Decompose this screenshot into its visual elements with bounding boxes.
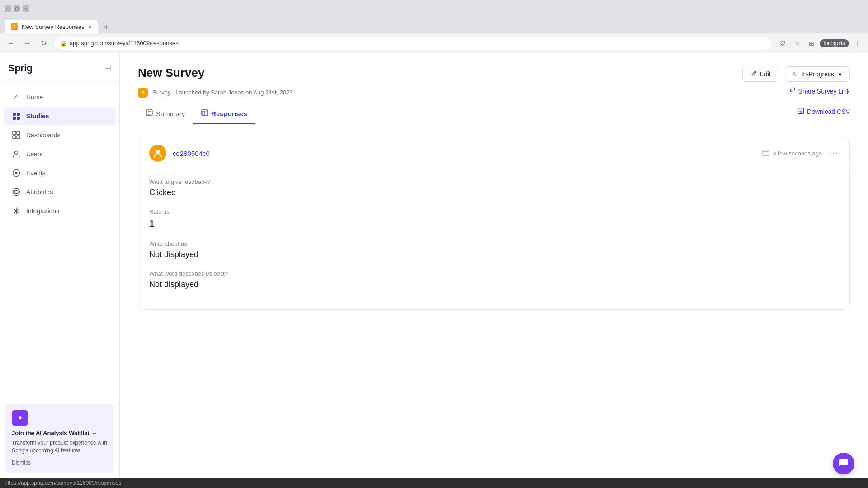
answer-3: Not displayed	[149, 280, 839, 289]
header-meta: S Survey · Launched by Sarah Jonas on Au…	[138, 87, 850, 98]
sidebar-label-events: Events	[26, 169, 46, 177]
response-time: a few seconds ago	[762, 149, 822, 158]
incognito-badge[interactable]: Incognito	[820, 39, 849, 47]
answer-0: Clicked	[149, 188, 839, 197]
chat-fab-btn[interactable]	[833, 453, 854, 474]
tab-summary-label: Summary	[156, 110, 185, 117]
share-link-label: Share Survey Link	[798, 88, 850, 95]
studies-icon	[12, 112, 21, 121]
svg-point-8	[15, 151, 18, 155]
home-icon: ⌂	[12, 93, 21, 102]
sidebar-item-users[interactable]: Users	[4, 145, 116, 163]
sidebar-item-dashboards[interactable]: Dashboards	[4, 126, 116, 144]
survey-title: New Survey	[138, 66, 204, 80]
question-block-2: Write about us Not displayed	[149, 240, 839, 259]
shield-icon: 🛡	[776, 37, 789, 50]
sidebar-item-studies[interactable]: Studies	[4, 107, 116, 125]
header-top: New Survey Edit ↻ In-Progress ∨	[138, 66, 850, 82]
tab-summary[interactable]: Summary	[138, 105, 193, 124]
star-btn[interactable]: ☆	[791, 37, 803, 50]
sidebar-item-attributes[interactable]: Attributes	[4, 183, 116, 201]
maximize-btn[interactable]: ⊡	[14, 5, 20, 12]
download-csv-label: Download CSV	[807, 108, 850, 115]
sidebar-label-dashboards: Dashboards	[26, 131, 61, 139]
sidebar-item-home[interactable]: ⌂ Home	[4, 88, 116, 106]
sidebar-nav: ⌂ Home Studies Dashboards	[0, 82, 119, 398]
status-url: https://app.sprig.com/surveys/116009/res…	[5, 480, 121, 486]
question-block-1: Rate us 1	[149, 208, 839, 230]
users-icon	[12, 150, 21, 159]
svg-rect-2	[13, 117, 16, 120]
svg-rect-18	[203, 111, 205, 114]
edit-btn[interactable]: Edit	[742, 66, 779, 82]
nav-actions: 🛡 ☆ ⊞ Incognito ⋮	[776, 37, 863, 50]
svg-rect-3	[17, 117, 20, 120]
sidebar-label-studies: Studies	[26, 113, 49, 120]
more-options-btn[interactable]: ···	[829, 149, 839, 158]
summary-tab-icon	[146, 109, 153, 117]
svg-rect-0	[13, 113, 16, 116]
promo-dismiss-btn[interactable]: Dismiss	[12, 460, 31, 466]
sidebar-collapse-btn[interactable]: ⊣	[105, 64, 111, 73]
new-tab-btn[interactable]: +	[100, 21, 113, 33]
answer-1: 1	[149, 218, 839, 230]
survey-meta-text: Survey · Launched by Sarah Jonas on Aug …	[152, 89, 293, 96]
window-controls: — ⊡ ×	[5, 5, 29, 12]
forward-btn[interactable]: →	[21, 37, 33, 50]
back-btn[interactable]: ←	[5, 37, 17, 50]
dashboards-icon	[12, 131, 21, 140]
question-block-3: What word describes us best? Not display…	[149, 270, 839, 289]
status-bar: https://app.sprig.com/surveys/116009/res…	[0, 478, 868, 488]
browser-chrome: — ⊡ × S New Survey Responses × + ← → ↻ 🔒…	[0, 0, 868, 53]
sidebar: Sprig ⊣ ⌂ Home Studies Dashboards	[0, 53, 120, 478]
calendar-icon	[762, 149, 769, 158]
svg-point-12	[14, 190, 18, 194]
svg-point-22	[156, 150, 160, 154]
svg-rect-4	[13, 131, 16, 135]
download-csv-btn[interactable]: Download CSV	[797, 108, 850, 121]
attributes-icon	[12, 188, 21, 197]
address-bar[interactable]: 🔒 app.sprig.com/surveys/116009/responses	[53, 37, 773, 50]
menu-btn[interactable]: ⋮	[851, 37, 863, 50]
tab-favicon: S	[11, 23, 18, 30]
refresh-btn[interactable]: ↻	[37, 37, 50, 50]
nav-bar: ← → ↻ 🔒 app.sprig.com/surveys/116009/res…	[0, 33, 868, 53]
title-bar: — ⊡ ×	[0, 0, 868, 17]
tab-close-btn[interactable]: ×	[88, 23, 92, 30]
tab-responses-label: Responses	[211, 110, 247, 117]
sprig-logo: Sprig	[8, 62, 33, 74]
url-text: app.sprig.com/surveys/116009/responses	[70, 40, 766, 47]
extensions-btn[interactable]: ⊞	[805, 37, 818, 50]
survey-badge: S	[138, 88, 148, 98]
question-label-0: Want to give feedback?	[149, 178, 839, 185]
status-btn[interactable]: ↻ In-Progress ∨	[785, 66, 850, 82]
svg-point-11	[13, 189, 20, 196]
sidebar-item-integrations[interactable]: Integrations	[4, 202, 116, 220]
active-tab[interactable]: S New Survey Responses ×	[5, 20, 98, 33]
question-label-2: Write about us	[149, 240, 839, 247]
sidebar-label-attributes: Attributes	[26, 188, 53, 196]
tabs-row: Summary Responses Download CSV	[138, 105, 850, 124]
promo-title[interactable]: Join the AI Analysis Waitlist →	[12, 430, 108, 436]
question-block-0: Want to give feedback? Clicked	[149, 178, 839, 197]
response-card: cd280504c0 a few seconds ago ··· Want to…	[138, 137, 850, 310]
question-label-1: Rate us	[149, 208, 839, 215]
share-link-btn[interactable]: Share Survey Link	[789, 87, 850, 95]
svg-point-10	[15, 172, 18, 174]
timestamp-text: a few seconds ago	[773, 150, 822, 157]
promo-description: Transform your product experience with S…	[12, 439, 108, 455]
svg-rect-7	[17, 136, 20, 139]
sidebar-item-events[interactable]: Events	[4, 164, 116, 182]
response-header: cd280504c0 a few seconds ago ···	[138, 137, 849, 169]
sidebar-promo: ✦ Join the AI Analysis Waitlist → Transf…	[5, 404, 114, 473]
events-icon	[12, 169, 21, 178]
svg-rect-5	[17, 131, 20, 135]
tab-responses[interactable]: Responses	[193, 105, 255, 124]
minimize-btn[interactable]: —	[5, 5, 11, 12]
respondent-id[interactable]: cd280504c0	[173, 150, 210, 157]
answer-2: Not displayed	[149, 250, 839, 259]
status-label: In-Progress	[802, 70, 834, 78]
response-body: Want to give feedback? Clicked Rate us 1…	[138, 169, 849, 309]
close-btn[interactable]: ×	[23, 5, 29, 12]
lock-icon: 🔒	[60, 40, 67, 47]
